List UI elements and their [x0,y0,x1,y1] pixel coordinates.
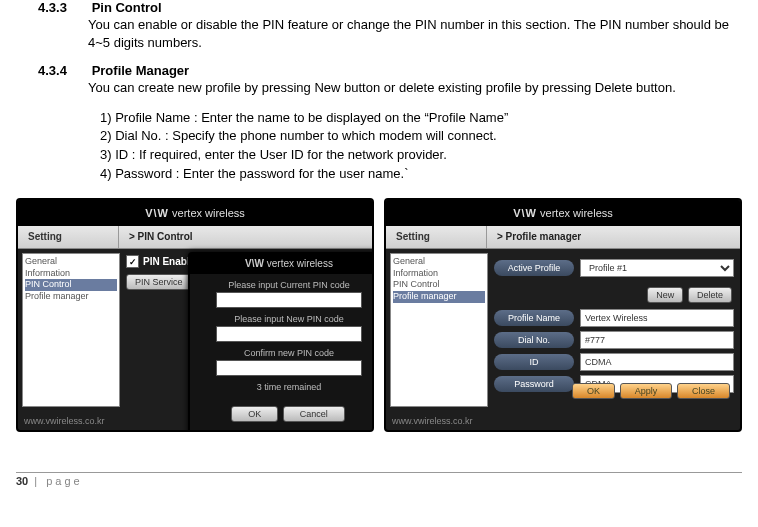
label-dial-no: Dial No. [494,332,574,348]
popup-cancel-button[interactable]: Cancel [283,406,345,422]
label-profile-name: Profile Name [494,310,574,326]
popup-ok-button[interactable]: OK [231,406,278,422]
sidebar-item-pin-control[interactable]: PIN Control [25,279,117,291]
footer-url: www.vwireless.co.kr [392,416,473,426]
label-active-profile: Active Profile [494,260,574,276]
section-title-pin: Pin Control [92,0,162,15]
breadcrumb-root: Setting [386,226,487,248]
ok-button[interactable]: OK [572,383,615,399]
list-item: 4) Password : Enter the password for the… [100,165,750,184]
footer-url: www.vwireless.co.kr [24,416,105,426]
delete-button[interactable]: Delete [688,287,732,303]
popup-label-new: Please input New PIN code [190,314,374,324]
app-titlebar: V\W vertex wireless [386,200,740,226]
page-rule [16,472,742,473]
label-id: ID [494,354,574,370]
screenshot-profile-manager: V\W vertex wireless Setting > Profile ma… [384,198,742,432]
pm-list: 1) Profile Name : Enter the name to be d… [100,109,750,184]
section-number-pm: 4.3.4 [38,63,88,78]
list-item: 1) Profile Name : Enter the name to be d… [100,109,750,128]
breadcrumb: Setting > Profile manager [386,226,740,249]
breadcrumb: Setting > PIN Control [18,226,372,249]
breadcrumb-root: Setting [18,226,119,248]
section-title-pm: Profile Manager [92,63,190,78]
popup-label-confirm: Confirm new PIN code [190,348,374,358]
list-item: 2) Dial No. : Specify the phone number t… [100,127,750,146]
section-body-pin: You can enable or disable the PIN featur… [88,16,750,51]
screenshot-pin-control: V\W vertex wireless Setting > PIN Contro… [16,198,374,432]
popup-footer-url: www.vwireless.co.kr [190,430,374,432]
apply-button[interactable]: Apply [620,383,673,399]
breadcrumb-leaf: > PIN Control [119,226,372,248]
sidebar-item-profile-manager[interactable]: Profile manager [393,291,485,303]
confirm-pin-input[interactable] [216,360,362,376]
profile-name-field[interactable]: Vertex Wireless [580,309,734,327]
breadcrumb-leaf: > Profile manager [487,226,740,248]
new-pin-input[interactable] [216,326,362,342]
page-footer: 30 | page [16,475,750,487]
popup-label-current: Please input Current PIN code [190,280,374,290]
sidebar-item-general[interactable]: General [393,256,485,268]
current-pin-input[interactable] [216,292,362,308]
popup-label-remain: 3 time remained [190,382,374,392]
section-number-pin: 4.3.3 [38,0,88,15]
sidebar: General Information PIN Control Profile … [22,253,120,407]
active-profile-select[interactable]: Profile #1 [580,259,734,277]
pin-service-button[interactable]: PIN Service [126,274,192,290]
sidebar-item-general[interactable]: General [25,256,117,268]
sidebar: General Information PIN Control Profile … [390,253,488,407]
sidebar-item-information[interactable]: Information [25,268,117,280]
app-titlebar: V\W vertex wireless [18,200,372,226]
sidebar-item-profile-manager[interactable]: Profile manager [25,291,117,303]
label-password: Password [494,376,574,392]
checkbox-icon: ✓ [126,255,139,268]
sidebar-item-information[interactable]: Information [393,268,485,280]
new-button[interactable]: New [647,287,683,303]
section-body-pm: You can create new profile by pressing N… [88,79,750,97]
pin-popup: V\W vertex wireless Please input Current… [188,252,374,432]
sidebar-item-pin-control[interactable]: PIN Control [393,279,485,291]
list-item: 3) ID : If required, enter the User ID f… [100,146,750,165]
dial-no-field[interactable]: #777 [580,331,734,349]
close-button[interactable]: Close [677,383,730,399]
id-field[interactable]: CDMA [580,353,734,371]
